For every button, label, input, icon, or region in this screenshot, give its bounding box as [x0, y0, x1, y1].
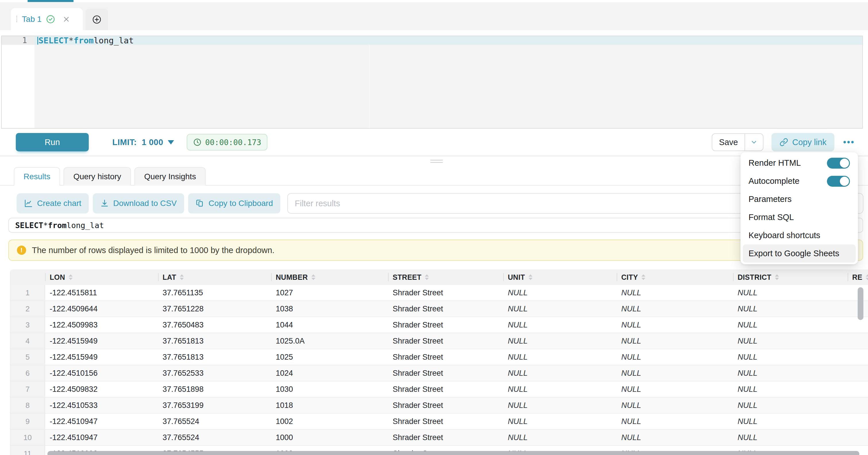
cell[interactable]: -122.4509983 — [45, 317, 158, 333]
cell[interactable]: -122.4515949 — [45, 349, 158, 365]
cell[interactable]: NULL — [617, 285, 733, 300]
toggle-switch-on[interactable] — [827, 176, 850, 187]
drag-handle-icon[interactable]: ⁞ — [16, 15, 18, 24]
sort-icon[interactable] — [528, 274, 532, 280]
sort-icon[interactable] — [180, 274, 184, 280]
cell[interactable]: 1038 — [271, 301, 388, 316]
cell[interactable]: NULL — [503, 301, 617, 316]
cell[interactable]: Shrader Street — [388, 382, 503, 397]
cell[interactable]: 1030 — [271, 382, 388, 397]
cell[interactable]: 1027 — [271, 285, 388, 300]
cell[interactable]: 1025.0A — [271, 333, 388, 349]
menu-item-export-to-google-sheets[interactable]: Export to Google Sheets — [743, 244, 856, 263]
menu-item-keyboard-shortcuts[interactable]: Keyboard shortcuts — [741, 226, 858, 244]
copy-to-clipboard-button[interactable]: Copy to Clipboard — [188, 193, 280, 213]
save-button[interactable]: Save — [712, 134, 744, 151]
column-header-lon[interactable]: LON — [45, 269, 158, 285]
menu-item-autocomplete[interactable]: Autocomplete — [741, 172, 858, 190]
cell[interactable]: -122.4510947 — [45, 414, 158, 429]
cell[interactable]: 37.7651898 — [158, 382, 271, 397]
cell[interactable]: NULL — [617, 365, 733, 381]
cell[interactable]: NULL — [503, 365, 617, 381]
sort-icon[interactable] — [311, 274, 315, 280]
cell[interactable]: NULL — [503, 349, 617, 365]
results-tab-query-history[interactable]: Query history — [63, 167, 131, 186]
sort-icon[interactable] — [775, 274, 779, 280]
cell[interactable] — [847, 382, 868, 397]
menu-item-render-html[interactable]: Render HTML — [741, 154, 858, 172]
vertical-scrollbar[interactable] — [858, 287, 863, 320]
cell[interactable]: Shrader Street — [388, 398, 503, 413]
column-header-street[interactable]: STREET — [388, 269, 503, 285]
cell[interactable]: 37.765524 — [158, 430, 271, 445]
sort-icon[interactable] — [425, 274, 429, 280]
cell[interactable]: NULL — [733, 382, 847, 397]
results-tab-query-insights[interactable]: Query Insights — [134, 167, 206, 186]
cell[interactable]: 1024 — [271, 365, 388, 381]
column-header-district[interactable]: DISTRICT — [733, 269, 847, 285]
cell[interactable]: NULL — [733, 430, 847, 445]
new-tab-button[interactable] — [86, 9, 108, 30]
horizontal-scrollbar[interactable] — [48, 451, 859, 455]
cell[interactable]: NULL — [503, 382, 617, 397]
cell[interactable]: NULL — [617, 333, 733, 349]
cell[interactable]: -122.4510533 — [45, 398, 158, 413]
cell[interactable] — [847, 398, 868, 413]
sort-icon[interactable] — [866, 274, 868, 280]
cell[interactable]: 37.7650483 — [158, 317, 271, 333]
cell[interactable]: NULL — [733, 285, 847, 300]
results-tab-results[interactable]: Results — [14, 167, 60, 186]
table-row[interactable]: 5-122.451594937.76518131025Shrader Stree… — [11, 349, 868, 365]
table-row[interactable]: 6-122.451015637.76525331024Shrader Stree… — [11, 365, 868, 382]
cell[interactable]: 1002 — [271, 414, 388, 429]
cell[interactable]: NULL — [503, 333, 617, 349]
table-row[interactable]: 3-122.450998337.76504831044Shrader Stree… — [11, 317, 868, 333]
cell[interactable]: NULL — [733, 365, 847, 381]
table-row[interactable]: 8-122.451053337.76531991018Shrader Stree… — [11, 398, 868, 414]
toggle-switch-on[interactable] — [827, 158, 850, 169]
cell[interactable]: NULL — [617, 430, 733, 445]
cell[interactable]: 1000 — [271, 430, 388, 445]
cell[interactable] — [847, 430, 868, 445]
table-row[interactable]: 9-122.451094737.7655241002Shrader Street… — [11, 414, 868, 430]
cell[interactable]: NULL — [617, 382, 733, 397]
cell[interactable] — [847, 349, 868, 365]
cell[interactable]: Shrader Street — [388, 414, 503, 429]
cell[interactable]: Shrader Street — [388, 349, 503, 365]
cell[interactable]: -122.4510156 — [45, 365, 158, 381]
cell[interactable] — [847, 414, 868, 429]
cell[interactable]: NULL — [503, 398, 617, 413]
table-row[interactable]: 10-122.451094737.7655241000Shrader Stree… — [11, 430, 868, 446]
cell[interactable]: -122.4509644 — [45, 301, 158, 316]
cell[interactable]: NULL — [733, 317, 847, 333]
cell[interactable]: NULL — [733, 398, 847, 413]
cell[interactable]: 37.7651813 — [158, 333, 271, 349]
cell[interactable]: 1025 — [271, 349, 388, 365]
cell[interactable] — [847, 333, 868, 349]
cell[interactable]: -122.4515811 — [45, 285, 158, 300]
cell[interactable] — [847, 317, 868, 333]
cell[interactable]: Shrader Street — [388, 430, 503, 445]
cell[interactable]: 37.7651813 — [158, 349, 271, 365]
table-row[interactable]: 2-122.450964437.76512281038Shrader Stree… — [11, 301, 868, 317]
cell[interactable]: 37.7651228 — [158, 301, 271, 316]
cell[interactable]: Shrader Street — [388, 317, 503, 333]
cell[interactable]: NULL — [617, 301, 733, 316]
cell[interactable]: Shrader Street — [388, 301, 503, 316]
sql-editor[interactable]: 1 SELECT * from long_lat — [1, 36, 863, 129]
query-tab[interactable]: ⁞ Tab 1 — [11, 8, 83, 30]
save-options-button[interactable] — [745, 134, 763, 151]
table-row[interactable]: 1-122.451581137.76511351027Shrader Stree… — [11, 285, 868, 301]
menu-item-parameters[interactable]: Parameters — [741, 190, 858, 208]
cell[interactable]: -122.4515949 — [45, 333, 158, 349]
more-options-button[interactable]: ••• — [843, 137, 855, 147]
limit-dropdown[interactable]: LIMIT: 1 000 — [112, 138, 174, 147]
cell[interactable]: NULL — [503, 317, 617, 333]
cell[interactable]: NULL — [617, 398, 733, 413]
cell[interactable]: 37.7651135 — [158, 285, 271, 300]
close-tab-icon[interactable] — [62, 15, 70, 23]
cell[interactable]: NULL — [503, 285, 617, 300]
cell[interactable]: 37.7653199 — [158, 398, 271, 413]
cell[interactable]: -122.4510947 — [45, 430, 158, 445]
column-header-unit[interactable]: UNIT — [503, 269, 617, 285]
